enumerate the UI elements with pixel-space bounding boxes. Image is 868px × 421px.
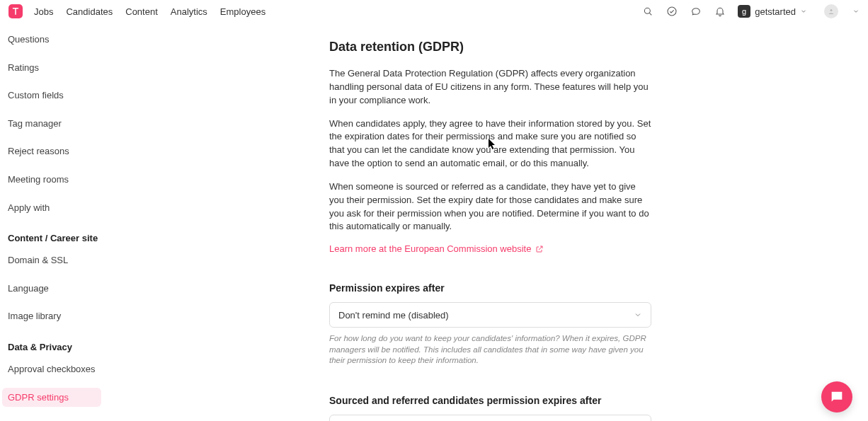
- sidebar-item-tag-manager[interactable]: Tag manager: [8, 114, 117, 134]
- permission-expires-hint: For how long do you want to keep your ca…: [329, 333, 651, 367]
- nav-right: g getstarted: [641, 4, 860, 18]
- intro-paragraph-1: The General Data Protection Regulation (…: [329, 67, 651, 108]
- secondary-avatar[interactable]: [824, 4, 838, 18]
- app-logo[interactable]: [8, 4, 23, 18]
- search-icon[interactable]: [641, 5, 654, 18]
- sidebar-item-meeting-rooms[interactable]: Meeting rooms: [8, 170, 117, 190]
- svg-point-2: [668, 7, 676, 16]
- chevron-down-icon[interactable]: [852, 8, 860, 15]
- chat-icon[interactable]: [690, 5, 702, 18]
- nav-content[interactable]: Content: [125, 6, 158, 17]
- sourced-expires-select[interactable]: Don't remind me (disabled): [329, 415, 651, 421]
- sidebar-item-reject-reasons[interactable]: Reject reasons: [8, 142, 117, 161]
- permission-expires-value: Don't remind me (disabled): [338, 310, 449, 321]
- main-content: Data retention (GDPR) The General Data P…: [117, 23, 868, 421]
- nav-analytics[interactable]: Analytics: [171, 6, 207, 17]
- svg-point-3: [830, 9, 833, 11]
- sidebar-item-automatic-data-deletion[interactable]: Automatic data deletion: [8, 415, 117, 421]
- user-avatar-initial: g: [738, 5, 750, 18]
- nav-jobs[interactable]: Jobs: [34, 6, 53, 17]
- sidebar-item-approval-checkboxes[interactable]: Approval checkboxes: [8, 359, 117, 379]
- sidebar-item-questions[interactable]: Questions: [8, 30, 117, 50]
- section-label-sourced-expires: Sourced and referred candidates permissi…: [329, 395, 651, 406]
- page-title: Data retention (GDPR): [329, 40, 651, 54]
- settings-sidebar: Questions Ratings Custom fields Tag mana…: [0, 23, 117, 421]
- top-nav: Jobs Candidates Content Analytics Employ…: [0, 0, 868, 23]
- nav-candidates[interactable]: Candidates: [66, 6, 113, 17]
- learn-more-link[interactable]: Learn more at the European Commission we…: [329, 243, 544, 254]
- chevron-down-icon: [800, 8, 807, 15]
- sidebar-item-image-library[interactable]: Image library: [8, 306, 117, 326]
- learn-more-text: Learn more at the European Commission we…: [329, 243, 531, 254]
- sidebar-item-custom-fields[interactable]: Custom fields: [8, 86, 117, 105]
- sidebar-item-gdpr-settings[interactable]: GDPR settings: [2, 388, 101, 408]
- nav-employees[interactable]: Employees: [220, 6, 265, 17]
- nav-links: Jobs Candidates Content Analytics Employ…: [34, 6, 265, 17]
- intro-paragraph-2: When candidates apply, they agree to hav…: [329, 117, 651, 171]
- external-link-icon: [535, 245, 544, 253]
- bell-icon[interactable]: [714, 5, 726, 18]
- chat-fab[interactable]: [821, 381, 852, 413]
- svg-point-0: [645, 8, 651, 13]
- intro-paragraph-3: When someone is sourced or referred as a…: [329, 180, 651, 233]
- check-circle-icon[interactable]: [666, 5, 678, 18]
- sidebar-header-data-privacy: Data & Privacy: [8, 342, 117, 352]
- svg-line-1: [650, 13, 652, 15]
- sidebar-item-language[interactable]: Language: [8, 279, 117, 299]
- chat-bubble-icon: [829, 389, 845, 405]
- sidebar-item-domain-ssl[interactable]: Domain & SSL: [8, 250, 117, 270]
- user-name: getstarted: [755, 6, 796, 17]
- sidebar-header-content: Content / Career site: [8, 233, 117, 243]
- permission-expires-select[interactable]: Don't remind me (disabled): [329, 302, 651, 328]
- section-label-permission-expires: Permission expires after: [329, 282, 651, 294]
- sidebar-item-ratings[interactable]: Ratings: [8, 58, 117, 78]
- user-menu[interactable]: g getstarted: [738, 5, 807, 18]
- chevron-down-icon: [634, 311, 642, 319]
- sidebar-item-apply-with[interactable]: Apply with: [8, 198, 117, 218]
